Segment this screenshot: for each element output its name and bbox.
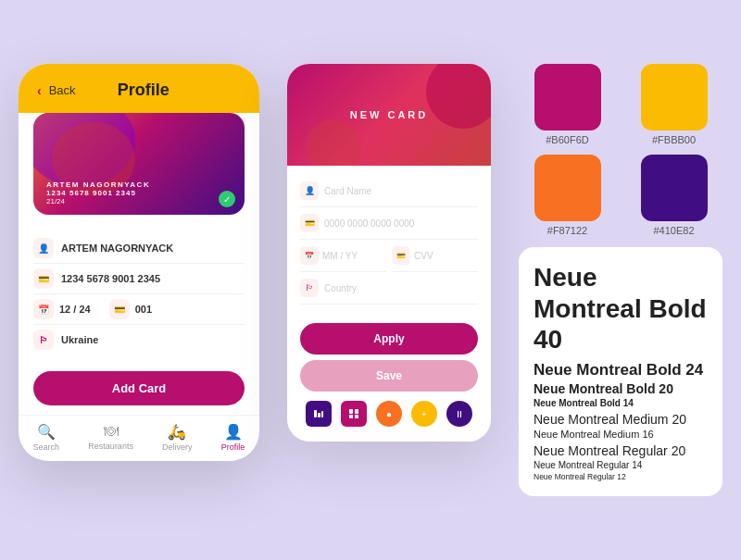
credit-card: ARTEM NAGORNYACK 1234 5678 9001 2345 21/… (33, 113, 245, 215)
type-regular-12: Neue Montreal Regular 12 (534, 472, 708, 481)
new-card-blob2 (306, 119, 361, 166)
form-calendar-icon: 📅 (300, 246, 319, 265)
new-card-label: NEW CARD (350, 109, 429, 120)
form-flag-icon: 🏳 (300, 279, 319, 297)
new-card-blob1 (426, 64, 491, 129)
info-row-expiry-cvv: 📅 12 / 24 💳 001 (33, 294, 245, 325)
cardnumber-placeholder: 0000 0000 0000 0000 (324, 218, 478, 229)
card-expiry-display: 21/24 (46, 197, 232, 205)
new-card-panel: NEW CARD 👤 Card Name 💳 0000 0000 0000 00… (287, 64, 491, 442)
card-icon: 💳 (33, 268, 54, 289)
type-medium-20: Neue Montreal Medium 20 (534, 412, 708, 427)
add-card-button[interactable]: Add Card (33, 371, 245, 405)
form-section: 👤 Card Name 💳 0000 0000 0000 0000 📅 MM /… (287, 166, 491, 314)
type-bold-20: Neue Montreal Bold 20 (534, 381, 708, 396)
svg-rect-2 (321, 411, 323, 417)
nav-delivery-label: Delivery (162, 442, 193, 452)
card-number-display: 1234 5678 9001 2345 (46, 189, 232, 197)
color-swatches: #B60F6D #FBBB00 #F87122 #410E82 (519, 64, 722, 236)
back-label[interactable]: Back (49, 83, 76, 97)
cvv-placeholder: CVV (414, 251, 478, 261)
swatch-purple (641, 155, 708, 221)
bottom-icon-4[interactable]: + (411, 401, 437, 427)
form-expiry-field[interactable]: 📅 MM / YY (300, 240, 386, 272)
cvv-icon: 💳 (109, 299, 130, 319)
nav-profile-label: Profile (221, 442, 245, 452)
typography-section: Neue Montreal Bold 40 Neue Montreal Bold… (519, 247, 722, 496)
nav-delivery[interactable]: 🛵 Delivery (162, 423, 193, 452)
form-row-expiry-cvv: 📅 MM / YY 💳 CVV (300, 240, 478, 272)
info-cvv-text: 001 (135, 304, 152, 315)
swatch-yellow-label: #FBBB00 (652, 134, 696, 145)
swatch-pink (534, 64, 601, 131)
calendar-icon: 📅 (33, 299, 54, 319)
swatch-pink-label: #B60F6D (546, 134, 588, 145)
type-bold-14: Neue Montreal Bold 14 (534, 398, 708, 408)
svg-rect-4 (355, 409, 358, 414)
card-check-icon: ✓ (219, 191, 235, 207)
nav-restaurants[interactable]: 🍽 Restaurants (88, 423, 133, 452)
phone-header: ‹ Back Profile (19, 64, 259, 113)
bottom-icon-3[interactable]: ● (376, 401, 402, 427)
form-cvv-field[interactable]: 💳 CVV (392, 240, 478, 272)
swatch-item-yellow: #FBBB00 (625, 64, 722, 145)
type-regular-14: Neue Montreal Regular 14 (534, 460, 708, 470)
form-row-cardname[interactable]: 👤 Card Name (300, 175, 478, 207)
phone-mockup: ‹ Back Profile ARTEM NAGORNYACK 1234 567… (19, 64, 259, 461)
profile-icon: 👤 (224, 423, 243, 441)
form-user-icon: 👤 (300, 181, 319, 200)
info-row-cardnum: 💳 1234 5678 9001 2345 (33, 264, 245, 294)
bottom-icon-5[interactable]: ⏸ (446, 401, 472, 427)
svg-rect-1 (318, 413, 320, 417)
form-row-country[interactable]: 🏳 Country (300, 272, 478, 305)
type-bold-24: Neue Montreal Bold 24 (534, 361, 708, 380)
svg-rect-0 (314, 410, 317, 417)
info-row-name: 👤 ARTEM NAGORNYACK (33, 233, 245, 264)
nav-profile[interactable]: 👤 Profile (221, 423, 245, 452)
swatch-orange-label: #F87122 (547, 225, 587, 236)
cardname-placeholder: Card Name (324, 186, 478, 196)
new-card-display: NEW CARD (287, 64, 491, 166)
info-row-country: 🏳 Ukraine (33, 325, 245, 355)
type-medium-16: Neue Montreal Medium 16 (534, 429, 708, 440)
swatch-yellow (641, 64, 708, 131)
back-arrow-icon: ‹ (37, 83, 42, 98)
form-cvv-icon: 💳 (392, 246, 410, 265)
type-bold-40: Neue Montreal Bold 40 (534, 262, 708, 355)
svg-rect-5 (349, 415, 353, 418)
user-icon: 👤 (33, 238, 54, 258)
card-holder-name: ARTEM NAGORNYACK (46, 180, 232, 189)
apply-button[interactable]: Apply (300, 323, 478, 355)
nav-search-label: Search (33, 442, 60, 452)
restaurants-icon: 🍽 (104, 423, 119, 440)
pause-icon: ⏸ (455, 409, 464, 419)
profile-title: Profile (118, 81, 170, 100)
country-placeholder: Country (324, 283, 478, 293)
bottom-nav: 🔍 Search 🍽 Restaurants 🛵 Delivery 👤 Prof… (19, 415, 259, 461)
swatch-orange (534, 155, 601, 221)
info-country-text: Ukraine (61, 334, 98, 345)
save-button[interactable]: Save (300, 360, 478, 392)
info-expiry-text: 12 / 24 (59, 304, 91, 315)
swatch-item-orange: #F87122 (519, 155, 616, 236)
svg-rect-3 (349, 409, 353, 414)
form-row-cardnumber[interactable]: 💳 0000 0000 0000 0000 (300, 207, 478, 240)
expiry-placeholder: MM / YY (322, 251, 386, 261)
plus-icon: + (421, 409, 427, 419)
nav-restaurants-label: Restaurants (88, 442, 133, 451)
circle-icon: ● (386, 409, 392, 419)
info-cardnum-text: 1234 5678 9001 2345 (61, 273, 160, 284)
main-container: ‹ Back Profile ARTEM NAGORNYACK 1234 567… (0, 45, 741, 515)
swatch-item-purple: #410E82 (625, 155, 722, 236)
swatch-item-pink: #B60F6D (519, 64, 616, 145)
bottom-icon-1[interactable] (306, 401, 332, 427)
type-regular-20: Neue Montreal Regular 20 (534, 443, 708, 458)
info-section: 👤 ARTEM NAGORNYACK 💳 1234 5678 9001 2345… (19, 226, 259, 362)
flag-icon: 🏳 (33, 330, 54, 350)
bottom-icon-2[interactable] (341, 401, 367, 427)
style-guide: #B60F6D #FBBB00 #F87122 #410E82 Neue Mon… (519, 64, 722, 496)
info-name-text: ARTEM NAGORNYACK (61, 243, 173, 254)
nav-search[interactable]: 🔍 Search (33, 423, 60, 452)
swatch-purple-label: #410E82 (653, 225, 694, 236)
bottom-icons-row: ● + ⏸ (287, 401, 491, 427)
